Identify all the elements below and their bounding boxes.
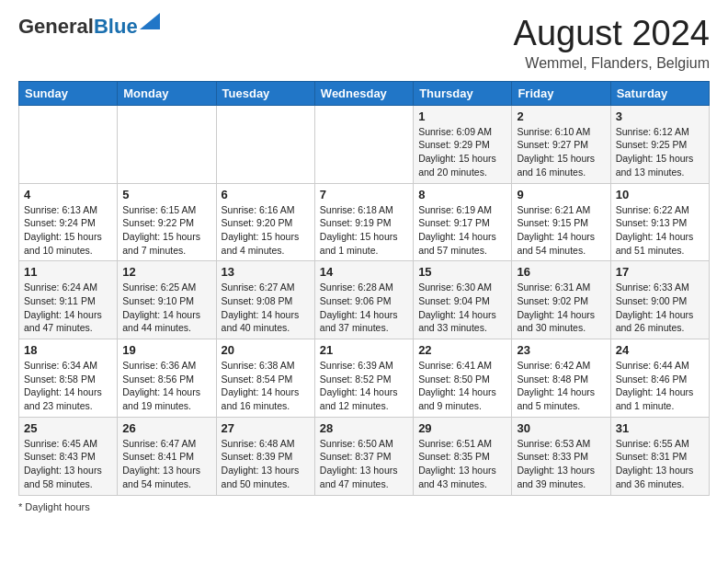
day-number: 21 (320, 343, 408, 357)
logo: General Blue (18, 15, 160, 39)
month-year: August 2024 (514, 15, 710, 53)
header: General Blue August 2024 Wemmel, Flander… (18, 15, 710, 72)
calendar-cell: 1Sunrise: 6:09 AM Sunset: 9:29 PM Daylig… (414, 105, 512, 183)
col-monday: Monday (118, 81, 216, 105)
calendar-cell: 31Sunrise: 6:55 AM Sunset: 8:31 PM Dayli… (610, 417, 709, 495)
day-info: Sunrise: 6:44 AM Sunset: 8:46 PM Dayligh… (616, 359, 704, 413)
day-info: Sunrise: 6:38 AM Sunset: 8:54 PM Dayligh… (222, 359, 310, 413)
calendar-cell: 9Sunrise: 6:21 AM Sunset: 9:15 PM Daylig… (512, 183, 610, 261)
day-info: Sunrise: 6:39 AM Sunset: 8:52 PM Dayligh… (320, 359, 408, 413)
calendar-body: 1Sunrise: 6:09 AM Sunset: 9:29 PM Daylig… (19, 105, 710, 495)
col-tuesday: Tuesday (216, 81, 314, 105)
day-info: Sunrise: 6:55 AM Sunset: 8:31 PM Dayligh… (616, 437, 704, 491)
day-number: 3 (616, 109, 704, 123)
day-number: 2 (517, 109, 605, 123)
day-number: 8 (418, 188, 506, 201)
day-info: Sunrise: 6:09 AM Sunset: 9:29 PM Dayligh… (418, 125, 506, 179)
calendar-cell: 26Sunrise: 6:47 AM Sunset: 8:41 PM Dayli… (118, 417, 216, 495)
week-row-0: 1Sunrise: 6:09 AM Sunset: 9:29 PM Daylig… (19, 105, 710, 183)
day-info: Sunrise: 6:41 AM Sunset: 8:50 PM Dayligh… (418, 359, 506, 413)
col-thursday: Thursday (414, 81, 512, 105)
day-info: Sunrise: 6:30 AM Sunset: 9:04 PM Dayligh… (418, 281, 506, 335)
day-info: Sunrise: 6:27 AM Sunset: 9:08 PM Dayligh… (222, 281, 310, 335)
day-number: 11 (24, 265, 112, 279)
logo-general-text: General (18, 15, 94, 39)
day-number: 27 (222, 421, 310, 435)
calendar-cell: 4Sunrise: 6:13 AM Sunset: 9:24 PM Daylig… (19, 183, 118, 261)
day-info: Sunrise: 6:19 AM Sunset: 9:17 PM Dayligh… (418, 203, 506, 258)
day-number: 1 (418, 109, 506, 123)
day-info: Sunrise: 6:12 AM Sunset: 9:25 PM Dayligh… (616, 125, 704, 179)
day-info: Sunrise: 6:15 AM Sunset: 9:22 PM Dayligh… (122, 203, 210, 258)
day-info: Sunrise: 6:25 AM Sunset: 9:10 PM Dayligh… (122, 281, 210, 335)
calendar-cell: 7Sunrise: 6:18 AM Sunset: 9:19 PM Daylig… (314, 183, 413, 261)
day-number: 26 (122, 421, 210, 435)
day-info: Sunrise: 6:31 AM Sunset: 9:02 PM Dayligh… (517, 281, 605, 335)
week-row-4: 25Sunrise: 6:45 AM Sunset: 8:43 PM Dayli… (19, 417, 710, 495)
title-area: August 2024 Wemmel, Flanders, Belgium (514, 15, 710, 72)
calendar-cell: 6Sunrise: 6:16 AM Sunset: 9:20 PM Daylig… (216, 183, 314, 261)
day-number: 29 (418, 421, 506, 435)
day-info: Sunrise: 6:16 AM Sunset: 9:20 PM Dayligh… (222, 203, 310, 258)
day-number: 6 (222, 188, 310, 201)
day-info: Sunrise: 6:45 AM Sunset: 8:43 PM Dayligh… (24, 437, 112, 491)
week-row-2: 11Sunrise: 6:24 AM Sunset: 9:11 PM Dayli… (19, 261, 710, 339)
calendar-cell: 17Sunrise: 6:33 AM Sunset: 9:00 PM Dayli… (610, 261, 709, 339)
calendar-cell: 16Sunrise: 6:31 AM Sunset: 9:02 PM Dayli… (512, 261, 610, 339)
day-info: Sunrise: 6:50 AM Sunset: 8:37 PM Dayligh… (320, 437, 408, 491)
day-info: Sunrise: 6:10 AM Sunset: 9:27 PM Dayligh… (517, 125, 605, 179)
day-number: 23 (517, 343, 605, 357)
footer-note: * Daylight hours (18, 501, 710, 512)
day-number: 15 (418, 265, 506, 279)
day-number: 14 (320, 265, 408, 279)
calendar-cell: 11Sunrise: 6:24 AM Sunset: 9:11 PM Dayli… (19, 261, 118, 339)
calendar-cell: 12Sunrise: 6:25 AM Sunset: 9:10 PM Dayli… (118, 261, 216, 339)
day-number: 9 (517, 188, 605, 201)
day-info: Sunrise: 6:24 AM Sunset: 9:11 PM Dayligh… (24, 281, 112, 335)
footer-note-text: Daylight hours (25, 501, 89, 512)
day-info: Sunrise: 6:21 AM Sunset: 9:15 PM Dayligh… (517, 203, 605, 258)
day-info: Sunrise: 6:18 AM Sunset: 9:19 PM Dayligh… (320, 203, 408, 258)
day-number: 16 (517, 265, 605, 279)
day-info: Sunrise: 6:33 AM Sunset: 9:00 PM Dayligh… (616, 281, 704, 335)
week-row-1: 4Sunrise: 6:13 AM Sunset: 9:24 PM Daylig… (19, 183, 710, 261)
day-number: 5 (122, 188, 210, 201)
calendar-cell: 24Sunrise: 6:44 AM Sunset: 8:46 PM Dayli… (610, 339, 709, 418)
calendar-cell (314, 105, 413, 183)
day-info: Sunrise: 6:53 AM Sunset: 8:33 PM Dayligh… (517, 437, 605, 491)
calendar-cell: 23Sunrise: 6:42 AM Sunset: 8:48 PM Dayli… (512, 339, 610, 418)
day-info: Sunrise: 6:48 AM Sunset: 8:39 PM Dayligh… (222, 437, 310, 491)
day-number: 30 (517, 421, 605, 435)
day-info: Sunrise: 6:42 AM Sunset: 8:48 PM Dayligh… (517, 359, 605, 413)
day-info: Sunrise: 6:34 AM Sunset: 8:58 PM Dayligh… (24, 359, 112, 413)
day-number: 28 (320, 421, 408, 435)
calendar-cell: 13Sunrise: 6:27 AM Sunset: 9:08 PM Dayli… (216, 261, 314, 339)
calendar-header: Sunday Monday Tuesday Wednesday Thursday… (19, 81, 710, 105)
calendar-cell: 25Sunrise: 6:45 AM Sunset: 8:43 PM Dayli… (19, 417, 118, 495)
logo-icon (140, 13, 160, 33)
calendar-cell: 30Sunrise: 6:53 AM Sunset: 8:33 PM Dayli… (512, 417, 610, 495)
calendar-cell: 27Sunrise: 6:48 AM Sunset: 8:39 PM Dayli… (216, 417, 314, 495)
calendar-cell: 18Sunrise: 6:34 AM Sunset: 8:58 PM Dayli… (19, 339, 118, 418)
day-number: 19 (122, 343, 210, 357)
day-number: 10 (616, 188, 704, 201)
calendar-cell: 10Sunrise: 6:22 AM Sunset: 9:13 PM Dayli… (610, 183, 709, 261)
logo-blue-text: Blue (94, 15, 138, 39)
calendar-cell: 15Sunrise: 6:30 AM Sunset: 9:04 PM Dayli… (414, 261, 512, 339)
day-number: 17 (616, 265, 704, 279)
day-number: 20 (222, 343, 310, 357)
col-sunday: Sunday (19, 81, 118, 105)
day-info: Sunrise: 6:13 AM Sunset: 9:24 PM Dayligh… (24, 203, 112, 258)
col-saturday: Saturday (610, 81, 709, 105)
day-number: 22 (418, 343, 506, 357)
day-info: Sunrise: 6:28 AM Sunset: 9:06 PM Dayligh… (320, 281, 408, 335)
day-info: Sunrise: 6:22 AM Sunset: 9:13 PM Dayligh… (616, 203, 704, 258)
day-number: 7 (320, 188, 408, 201)
calendar-cell: 21Sunrise: 6:39 AM Sunset: 8:52 PM Dayli… (314, 339, 413, 418)
day-number: 12 (122, 265, 210, 279)
calendar-cell (19, 105, 118, 183)
day-info: Sunrise: 6:47 AM Sunset: 8:41 PM Dayligh… (122, 437, 210, 491)
calendar-cell: 3Sunrise: 6:12 AM Sunset: 9:25 PM Daylig… (610, 105, 709, 183)
header-row: Sunday Monday Tuesday Wednesday Thursday… (19, 81, 710, 105)
location: Wemmel, Flanders, Belgium (514, 55, 710, 72)
